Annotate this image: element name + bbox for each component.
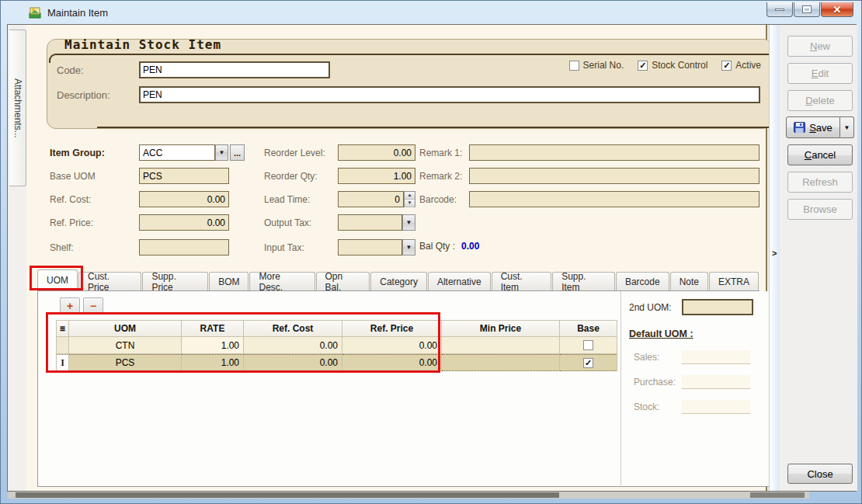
tab-cust-price[interactable]: Cust. Price [78, 272, 141, 290]
remark2-field[interactable] [469, 168, 759, 184]
remark1-field[interactable] [469, 144, 759, 161]
uom-tab-panel: + − ≣ UOM RATE Ref. Cost Ref. Price Min … [37, 291, 772, 487]
item-tabstrip: UOM Cust. Price Supp. Price BOM More Des… [37, 270, 759, 291]
code-input[interactable] [139, 61, 330, 78]
panel-splitter[interactable]: > [769, 25, 780, 491]
serial-no-checkbox[interactable] [569, 61, 579, 71]
tab-supp-price[interactable]: Supp. Price [142, 272, 208, 290]
groupbox-top-line [55, 54, 769, 55]
default-stock-field[interactable] [682, 400, 750, 414]
output-tax-dropdown-button[interactable]: ▼ [402, 214, 415, 231]
base-uom-field[interactable]: PCS [139, 168, 229, 184]
groupbox-title: Maintain Stock Item [64, 37, 221, 52]
tab-extra[interactable]: EXTRA [709, 272, 759, 290]
close-icon: ✕ [833, 4, 842, 16]
close-button[interactable]: Close [787, 464, 853, 484]
base-checkbox[interactable] [583, 358, 593, 368]
default-sales-field[interactable] [682, 350, 750, 364]
default-sales-label: Sales: [634, 352, 682, 363]
cell-ref-cost[interactable]: 0.00 [244, 354, 342, 371]
stock-control-checkbox-group[interactable]: Stock Control [638, 60, 707, 71]
second-uom-label: 2nd UOM: [629, 302, 682, 313]
tab-barcode[interactable]: Barcode [616, 272, 669, 290]
col-header-base[interactable]: Base [560, 320, 617, 337]
spinner-down-icon[interactable]: ▼ [405, 200, 415, 207]
item-group-dropdown-button[interactable]: ▼ [215, 144, 228, 161]
col-header-ref-cost[interactable]: Ref. Cost [244, 320, 342, 337]
titlebar[interactable]: Maintain Item ✕ [1, 1, 861, 24]
active-checkbox[interactable] [721, 61, 732, 71]
shelf-field[interactable] [139, 239, 229, 255]
description-input[interactable] [139, 86, 760, 103]
dropdown-icon: ▼ [844, 124, 850, 131]
col-header-min-price[interactable]: Min Price [442, 320, 560, 337]
cell-base[interactable] [560, 354, 617, 371]
tab-supp-item[interactable]: Supp. Item [552, 272, 615, 290]
cell-rate[interactable]: 1.00 [182, 337, 244, 354]
client-area: Attachments... Maintain Stock Item Code:… [7, 24, 857, 492]
barcode-label: Barcode: [419, 194, 469, 205]
col-header-rate[interactable]: RATE [182, 320, 244, 337]
maximize-button[interactable] [794, 2, 820, 17]
cell-rate[interactable]: 1.00 [182, 354, 244, 371]
tab-opn-bal[interactable]: Opn Bal. [316, 272, 370, 290]
cell-ref-cost[interactable]: 0.00 [244, 337, 342, 354]
tab-cust-item[interactable]: Cust. Item [492, 272, 552, 290]
splitter-chevron-icon[interactable]: > [772, 249, 777, 258]
cancel-button[interactable]: Cancel [787, 144, 853, 165]
edit-button[interactable]: Edit [787, 63, 853, 84]
cell-uom[interactable]: CTN [69, 337, 182, 354]
cell-ref-price[interactable]: 0.00 [342, 354, 442, 371]
stock-control-checkbox[interactable] [638, 61, 648, 71]
horizontal-scrollbar[interactable] [8, 492, 809, 499]
cell-uom[interactable]: PCS [69, 354, 182, 371]
lead-time-spinner[interactable]: ▲ ▼ [404, 191, 415, 207]
spinner-up-icon[interactable]: ▲ [405, 192, 415, 200]
dropdown-icon: ▼ [406, 244, 412, 251]
reorder-qty-field[interactable]: 1.00 [338, 168, 415, 184]
input-tax-dropdown-button[interactable]: ▼ [402, 239, 415, 255]
close-window-button[interactable]: ✕ [821, 2, 853, 17]
cell-min-price[interactable] [442, 337, 560, 354]
base-checkbox[interactable] [583, 340, 593, 350]
ref-cost-field[interactable]: 0.00 [139, 191, 229, 207]
remove-uom-button[interactable]: − [83, 297, 103, 314]
second-uom-field[interactable] [682, 299, 753, 315]
lead-time-field[interactable]: 0 [338, 191, 404, 207]
active-checkbox-group[interactable]: Active [721, 60, 761, 71]
cell-min-price[interactable] [442, 354, 560, 371]
uom-grid-row-pcs[interactable]: I PCS 1.00 0.00 0.00 [56, 354, 617, 371]
item-group-browse-button[interactable]: ... [230, 144, 245, 161]
col-header-uom[interactable]: UOM [69, 320, 182, 337]
default-purchase-field[interactable] [682, 375, 750, 389]
delete-button[interactable]: Delete [787, 90, 853, 111]
input-tax-combo[interactable] [338, 239, 402, 255]
output-tax-combo[interactable] [338, 214, 402, 231]
browse-button[interactable]: Browse [787, 199, 853, 220]
tab-note[interactable]: Note [670, 272, 708, 290]
tab-bom[interactable]: BOM [209, 272, 249, 290]
save-button[interactable]: Save [786, 116, 840, 138]
minimize-button[interactable] [766, 2, 793, 17]
tab-alternative[interactable]: Alternative [428, 272, 491, 290]
scrollbar-thumb[interactable] [16, 492, 559, 498]
refresh-button[interactable]: Refresh [787, 172, 853, 193]
tab-category[interactable]: Category [370, 272, 427, 290]
barcode-field[interactable] [469, 191, 759, 207]
attachments-tab[interactable]: Attachments... [9, 30, 26, 186]
serial-no-checkbox-group[interactable]: Serial No. [569, 60, 624, 71]
reorder-level-field[interactable]: 0.00 [338, 144, 415, 161]
default-uom-title: Default UOM : [629, 328, 693, 339]
uom-grid-row-ctn[interactable]: CTN 1.00 0.00 0.00 [56, 337, 617, 354]
save-dropdown-button[interactable]: ▼ [840, 116, 854, 138]
tab-uom[interactable]: UOM [37, 269, 78, 290]
new-button[interactable]: New [787, 36, 853, 57]
ref-price-field[interactable]: 0.00 [139, 214, 229, 231]
cell-base[interactable] [560, 337, 617, 354]
tab-more-desc[interactable]: More Desc. [249, 272, 315, 290]
cell-ref-price[interactable]: 0.00 [342, 337, 442, 354]
add-uom-button[interactable]: + [60, 297, 80, 314]
lead-time-label: Lead Time: [264, 194, 338, 205]
item-group-combo[interactable]: ACC [139, 144, 215, 161]
col-header-ref-price[interactable]: Ref. Price [342, 320, 442, 337]
